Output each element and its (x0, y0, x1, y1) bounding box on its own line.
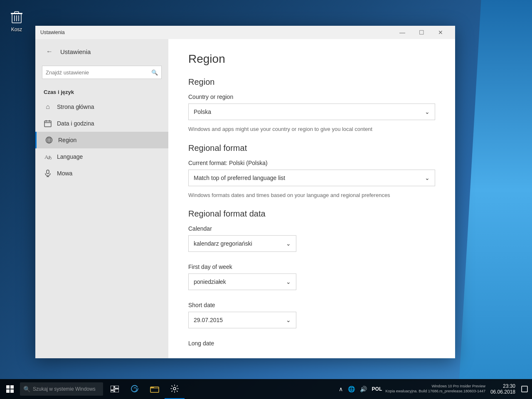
taskview-button[interactable] (105, 379, 125, 399)
sidebar-item-region-label: Region (58, 137, 76, 143)
country-helper: Windows and apps might use your country … (188, 125, 435, 133)
window-title-text: Ustawienia (40, 30, 393, 35)
country-label: Country or region (188, 94, 435, 100)
window-controls: — ☐ ✕ (393, 26, 450, 39)
sidebar-item-language[interactable]: A あ Language (35, 148, 168, 165)
taskbar: 🔍 Szukaj w systemie Windows (0, 379, 532, 399)
build-info-line2: Kopia ewaluacyjna. Build 17686.rs_prerel… (385, 389, 485, 394)
tray-up-arrow-icon[interactable]: ∧ (337, 386, 345, 392)
svg-text:あ: あ (48, 155, 52, 160)
calendar-value: kalendarz gregoriański (194, 240, 252, 247)
calendar-dropdown[interactable]: kalendarz gregoriański ⌄ (188, 235, 296, 252)
microphone-icon (44, 169, 52, 177)
week-chevron-icon: ⌄ (286, 278, 291, 285)
notifications-button[interactable] (520, 379, 529, 399)
window-titlebar: Ustawienia — ☐ ✕ (35, 26, 455, 39)
country-chevron-icon: ⌄ (425, 108, 430, 115)
format-value: Match top of preferred language list (194, 175, 285, 181)
sidebar-title: Ustawienia (60, 48, 91, 55)
regional-format-title: Regional format (188, 143, 435, 153)
page-title: Region (188, 52, 435, 66)
build-info-line1: Windows 10 Pro Insider Preview (385, 384, 485, 389)
sidebar-item-home-label: Strona główna (57, 103, 94, 110)
format-dropdown[interactable]: Match top of preferred language list ⌄ (188, 170, 435, 186)
sidebar-item-datetime-label: Data i godzina (57, 120, 94, 127)
short-date-value: 29.07.2015 (194, 317, 223, 323)
sidebar-section-label: Czas i język (35, 86, 168, 99)
explorer-button[interactable] (145, 379, 165, 399)
svg-rect-20 (111, 386, 114, 390)
sidebar-item-speech-label: Mowa (57, 170, 72, 177)
network-icon[interactable]: 🌐 (346, 386, 357, 392)
sidebar-item-speech[interactable]: Mowa (35, 165, 168, 182)
svg-rect-26 (522, 386, 527, 392)
recycle-bin[interactable]: Kosz (8, 8, 25, 32)
window-body: ← Ustawienia 🔍 Czas i język ⌂ Strona głó… (35, 39, 455, 358)
svg-point-25 (173, 387, 176, 390)
taskbar-search-label: Szukaj w systemie Windows (33, 386, 96, 392)
regional-format-data-title: Regional format data (188, 209, 435, 219)
sidebar-item-region[interactable]: Region (35, 132, 168, 148)
globe-icon (45, 136, 53, 144)
desktop-accent (459, 0, 532, 379)
taskbar-apps (105, 379, 185, 399)
search-input[interactable] (46, 69, 151, 76)
sidebar-item-datetime[interactable]: Data i godzina (35, 115, 168, 132)
svg-rect-21 (115, 386, 119, 388)
long-date-label: Long date (188, 340, 435, 347)
format-helper: Windows formats dates and times based on… (188, 191, 435, 200)
sidebar-item-home[interactable]: ⌂ Strona główna (35, 99, 168, 115)
sidebar-header: ← Ustawienia (35, 39, 168, 64)
short-date-chevron-icon: ⌄ (286, 317, 291, 323)
search-icon: 🔍 (151, 69, 158, 76)
taskbar-search[interactable]: 🔍 Szukaj w systemie Windows (20, 382, 103, 396)
maximize-button[interactable]: ☐ (412, 26, 431, 39)
settings-window: Ustawienia — ☐ ✕ ← Ustawienia 🔍 Czas i j… (35, 26, 455, 358)
volume-icon[interactable]: 🔊 (358, 386, 369, 392)
sidebar: ← Ustawienia 🔍 Czas i język ⌂ Strona głó… (35, 39, 168, 358)
week-value: poniedziałek (194, 278, 226, 285)
home-icon: ⌂ (44, 103, 52, 111)
desktop: Kosz Ustawienia — ☐ ✕ ← Ustawienia 🔍 (0, 0, 532, 399)
close-button[interactable]: ✕ (431, 26, 450, 39)
short-date-dropdown[interactable]: 29.07.2015 ⌄ (188, 312, 296, 328)
calendar-chevron-icon: ⌄ (286, 240, 291, 247)
recycle-bin-icon (8, 8, 25, 25)
taskbar-tray: ∧ 🌐 🔊 POL Windows 10 Pro Insider Preview… (337, 379, 532, 399)
format-label: Current format: Polski (Polska) (188, 160, 435, 166)
recycle-bin-label: Kosz (11, 27, 22, 32)
sidebar-item-language-label: Language (57, 153, 83, 160)
week-dropdown[interactable]: poniedziałek ⌄ (188, 273, 296, 290)
start-button[interactable] (0, 379, 20, 399)
country-dropdown[interactable]: Polska ⌄ (188, 103, 435, 120)
language-indicator[interactable]: POL (370, 386, 384, 392)
svg-rect-22 (115, 389, 119, 392)
short-date-label: Short date (188, 302, 435, 308)
svg-rect-17 (47, 170, 49, 174)
settings-button[interactable] (165, 379, 185, 399)
clock-area[interactable]: 23:30 06.06.2018 (490, 383, 519, 395)
back-button[interactable]: ← (44, 46, 55, 57)
week-label: First day of week (188, 264, 435, 270)
calendar-label: Calendar (188, 225, 435, 232)
svg-rect-6 (44, 121, 51, 127)
taskbar-search-icon: 🔍 (23, 386, 30, 392)
calendar-icon (44, 119, 52, 128)
region-section-title: Region (188, 77, 435, 87)
format-chevron-icon: ⌄ (425, 175, 430, 181)
windows-logo-icon (6, 385, 14, 393)
search-box[interactable]: 🔍 (42, 66, 162, 79)
minimize-button[interactable]: — (393, 26, 412, 39)
clock-date: 06.06.2018 (490, 389, 515, 395)
build-info: Windows 10 Pro Insider Preview Kopia ewa… (385, 384, 485, 394)
main-content[interactable]: Region Region Country or region Polska ⌄… (168, 39, 455, 358)
edge-button[interactable] (125, 379, 145, 399)
language-icon: A あ (44, 153, 52, 161)
svg-rect-23 (111, 391, 114, 392)
clock-time: 23:30 (503, 383, 515, 389)
svg-rect-2 (15, 12, 19, 13)
country-value: Polska (194, 108, 211, 115)
